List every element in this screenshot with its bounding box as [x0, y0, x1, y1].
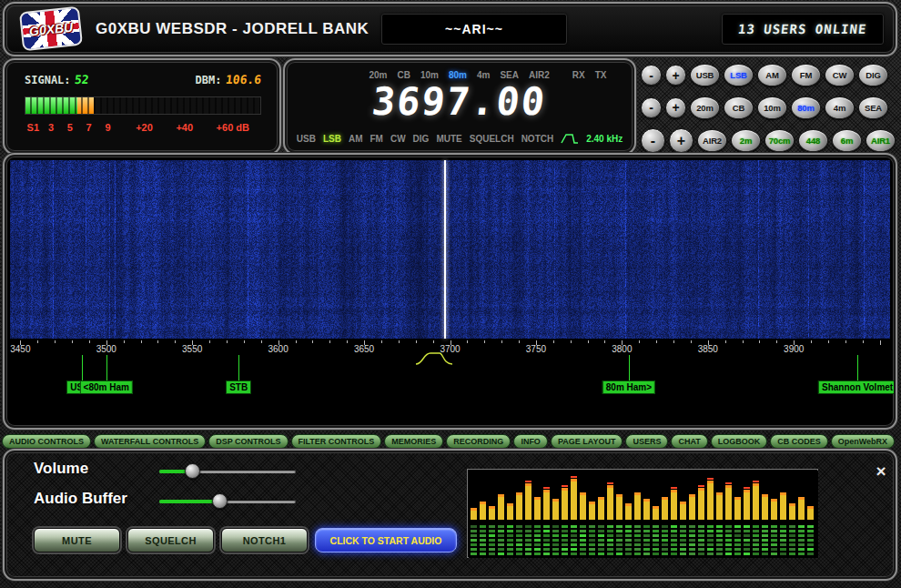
- volume-slider[interactable]: [159, 463, 296, 479]
- button-air2[interactable]: AIR2: [697, 129, 727, 152]
- button-fm[interactable]: FM: [791, 64, 821, 86]
- decrement-button-row3[interactable]: -: [641, 128, 665, 153]
- mode-indicator-mute[interactable]: MUTE: [436, 134, 461, 144]
- logo-text: G0XBU: [28, 19, 74, 38]
- mode-indicator-notch[interactable]: NOTCH: [521, 134, 554, 144]
- mode-indicator-squelch[interactable]: SQUELCH: [470, 134, 514, 144]
- scale-tick: [175, 340, 176, 343]
- mode-indicator-fm[interactable]: FM: [370, 134, 382, 144]
- meter-scale-label-60-db: +60 dB: [217, 122, 249, 133]
- waterfall-marker-shannon-volmet[interactable]: Shannon Volmet: [818, 380, 894, 394]
- waterfall-marker-80m-ham[interactable]: 80m Ham>: [602, 380, 655, 394]
- mode-indicator-dig[interactable]: DIG: [413, 134, 430, 144]
- audio-buffer-label: Audio Buffer: [34, 490, 127, 508]
- tab-logbook[interactable]: LOGBOOK: [711, 434, 768, 449]
- signal-readout: SIGNAL: 52: [25, 71, 89, 87]
- button-70cm[interactable]: 70cm: [764, 129, 795, 152]
- mode-indicator-cw[interactable]: CW: [390, 134, 406, 144]
- tab-openwebrx[interactable]: OpenWebRX: [831, 434, 895, 449]
- button-2m[interactable]: 2m: [731, 129, 761, 152]
- header-bar: G0XBU G0XBU WEBSDR - JODRELL BANK ~~ARI~…: [6, 5, 894, 53]
- mode-indicator-lsb[interactable]: LSB: [323, 134, 341, 144]
- scale-tick: [673, 340, 674, 343]
- button-am[interactable]: AM: [757, 64, 787, 86]
- tab-recording[interactable]: RECORDING: [446, 434, 511, 449]
- start-audio-button[interactable]: CLICK TO START AUDIO: [315, 528, 457, 553]
- mode-indicator-row: USBLSBAMFMCWDIGMUTESQUELCHNOTCH 2.40 kHz: [294, 133, 625, 144]
- frequency-display[interactable]: 3697.00: [287, 79, 633, 124]
- bandwidth-value: 2.40 kHz: [586, 134, 623, 144]
- scale-tick: [828, 340, 829, 343]
- scale-tick: [501, 340, 502, 343]
- increment-button-row3[interactable]: +: [669, 128, 693, 153]
- s-meter-scale: S13579+20+40+60 dB: [25, 122, 261, 137]
- marker-line-us-vi: [82, 355, 83, 380]
- mode-indicator-am[interactable]: AM: [349, 134, 363, 144]
- button-448[interactable]: 448: [798, 129, 828, 152]
- notch1-button[interactable]: NOTCH1: [221, 528, 308, 553]
- tab-waterfall-controls[interactable]: WATERFALL CONTROLS: [94, 434, 206, 449]
- waterfall-display[interactable]: [10, 160, 890, 339]
- tab-cb-codes[interactable]: CB CODES: [770, 434, 828, 449]
- mute-button[interactable]: MUTE: [34, 528, 120, 553]
- increment-button-row1[interactable]: +: [665, 65, 686, 86]
- scale-tick: [261, 340, 262, 343]
- button-20m[interactable]: 20m: [690, 96, 720, 119]
- button-80m[interactable]: 80m: [791, 96, 821, 119]
- station-logo[interactable]: G0XBU: [19, 6, 83, 52]
- button-cw[interactable]: CW: [825, 64, 855, 86]
- tab-audio-controls[interactable]: AUDIO CONTROLS: [2, 434, 91, 449]
- tab-chat[interactable]: CHAT: [671, 434, 707, 449]
- mode-indicator-usb[interactable]: USB: [297, 134, 316, 144]
- scale-tick: [484, 340, 485, 343]
- waterfall-marker-stb[interactable]: STB: [226, 380, 251, 394]
- squelch-button[interactable]: SQUELCH: [127, 528, 214, 553]
- users-online-box: 13 USERS ONLINE: [722, 14, 884, 45]
- tab-users[interactable]: USERS: [625, 434, 668, 449]
- scale-tick: [312, 340, 313, 343]
- button-dig[interactable]: DIG: [858, 64, 888, 86]
- scale-tick: [89, 340, 90, 343]
- button-usb[interactable]: USB: [690, 64, 720, 86]
- button-lsb[interactable]: LSB: [724, 64, 754, 86]
- scale-label-3550: 3550: [182, 344, 202, 354]
- meter-scale-label-7: 7: [86, 122, 92, 133]
- scale-tick: [811, 340, 812, 343]
- meter-scale-label-40: +40: [176, 122, 193, 133]
- audio-buffer-slider-handle[interactable]: [212, 493, 228, 509]
- audio-spectrum-display: [467, 469, 818, 558]
- button-10m[interactable]: 10m: [757, 96, 787, 119]
- frequency-value: 3697.00: [370, 79, 549, 124]
- scale-tick: [571, 340, 572, 343]
- control-tabs-row: AUDIO CONTROLSWATERFALL CONTROLSDSP CONT…: [2, 434, 899, 449]
- button-4m[interactable]: 4m: [825, 96, 855, 119]
- dbm-value: 106.6: [225, 73, 262, 86]
- scale-tick: [863, 340, 864, 343]
- tab-page-layout[interactable]: PAGE LAYOUT: [551, 434, 623, 449]
- decrement-button-row2[interactable]: -: [641, 97, 662, 118]
- scale-tick: [691, 340, 692, 343]
- decrement-button-row1[interactable]: -: [641, 65, 662, 86]
- volume-slider-handle[interactable]: [185, 463, 200, 479]
- button-row-2: -+20mCB10m80m4mSEA: [641, 96, 897, 119]
- close-icon[interactable]: ×: [871, 461, 891, 482]
- scale-label-3900: 3900: [784, 344, 804, 354]
- scale-tick: [776, 340, 777, 343]
- button-6m[interactable]: 6m: [832, 129, 862, 152]
- tuning-cursor[interactable]: [444, 160, 446, 339]
- button-air1[interactable]: AIR1: [866, 129, 896, 152]
- tab-filter-controls[interactable]: FILTER CONTROLS: [291, 434, 382, 449]
- scale-label-3600: 3600: [268, 344, 289, 354]
- audio-buffer-slider[interactable]: [159, 493, 296, 509]
- button-cb[interactable]: CB: [724, 96, 754, 119]
- tab-dsp-controls[interactable]: DSP CONTROLS: [208, 434, 288, 449]
- button-sea[interactable]: SEA: [858, 96, 888, 119]
- meter-scale-label-3: 3: [48, 122, 54, 133]
- tab-memories[interactable]: MEMORIES: [384, 434, 443, 449]
- increment-button-row2[interactable]: +: [665, 97, 686, 118]
- waterfall-marker-80m-ham[interactable]: <80m Ham: [80, 380, 133, 394]
- button-row-1: -+USBLSBAMFMCWDIG: [641, 64, 897, 86]
- tab-info[interactable]: INFO: [513, 434, 548, 449]
- users-online-text: 13 USERS ONLINE: [737, 22, 867, 36]
- scale-tick: [433, 340, 434, 343]
